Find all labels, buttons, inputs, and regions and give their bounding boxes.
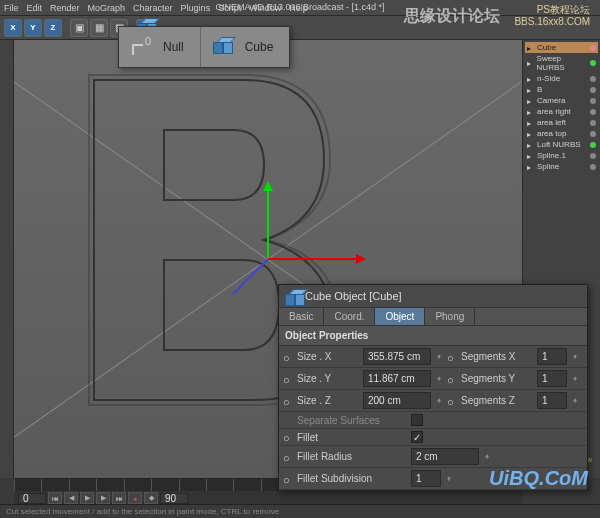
- visibility-dot[interactable]: [590, 164, 596, 170]
- visibility-dot[interactable]: [590, 153, 596, 159]
- fillet-checkbox[interactable]: [411, 431, 423, 443]
- tab-basic[interactable]: Basic: [279, 308, 324, 325]
- tab-object[interactable]: Object: [375, 308, 425, 325]
- spinner-icon[interactable]: ♦: [445, 474, 453, 483]
- axis-x-button[interactable]: X: [4, 19, 22, 37]
- object-icon: ▸: [527, 130, 535, 138]
- object-icon: ▸: [527, 152, 535, 160]
- time-controls: ⏮ ◀ ▶ ▶ ⏭ ● ◆: [14, 491, 522, 505]
- visibility-dot[interactable]: [590, 131, 596, 137]
- size-label: Size . Y: [297, 373, 359, 384]
- visibility-dot[interactable]: [590, 87, 596, 93]
- menu-file[interactable]: File: [4, 3, 19, 13]
- hierarchy-item[interactable]: ▸area top: [525, 128, 598, 139]
- popup-cube-label: Cube: [245, 40, 274, 54]
- spinner-icon[interactable]: ♦: [435, 374, 443, 383]
- menu-edit[interactable]: Edit: [27, 3, 43, 13]
- size-input[interactable]: [363, 348, 431, 365]
- segments-input[interactable]: [537, 348, 567, 365]
- next-frame-icon[interactable]: ▶: [96, 492, 110, 504]
- record-icon[interactable]: ●: [128, 492, 142, 504]
- hierarchy-item[interactable]: ▸area right: [525, 106, 598, 117]
- hierarchy-item[interactable]: ▸Spline.1: [525, 150, 598, 161]
- tab-coord[interactable]: Coord.: [324, 308, 375, 325]
- render-region-icon[interactable]: ▦: [90, 19, 108, 37]
- segments-label: Segments X: [461, 351, 533, 362]
- size-label: Size . X: [297, 351, 359, 362]
- hierarchy-item[interactable]: ▸Loft NURBS: [525, 139, 598, 150]
- hierarchy-item[interactable]: ▸B: [525, 84, 598, 95]
- visibility-dot[interactable]: [590, 109, 596, 115]
- hierarchy-item[interactable]: ▸Sweep NURBS: [525, 53, 598, 73]
- menu-mograph[interactable]: MoGraph: [88, 3, 126, 13]
- goto-start-icon[interactable]: ⏮: [48, 492, 62, 504]
- visibility-dot[interactable]: [590, 45, 596, 51]
- size-input[interactable]: [363, 370, 431, 387]
- hierarchy-item[interactable]: ▸Spline: [525, 161, 598, 172]
- object-name: Camera: [537, 96, 565, 105]
- separate-surfaces-checkbox[interactable]: [411, 414, 423, 426]
- tool-strip: [0, 40, 14, 478]
- menu-render[interactable]: Render: [50, 3, 80, 13]
- object-icon: ▸: [527, 44, 535, 52]
- goto-end-icon[interactable]: ⏭: [112, 492, 126, 504]
- axis-y[interactable]: [267, 189, 269, 259]
- visibility-dot[interactable]: [590, 120, 596, 126]
- menu-character[interactable]: Character: [133, 3, 173, 13]
- axis-z-button[interactable]: Z: [44, 19, 62, 37]
- fillet-subdiv-input[interactable]: [411, 470, 441, 487]
- separate-surfaces-label: Separate Surfaces: [297, 415, 407, 426]
- spinner-icon[interactable]: ♦: [571, 396, 579, 405]
- hierarchy-item[interactable]: ▸n-Side: [525, 73, 598, 84]
- hierarchy-item[interactable]: ▸area left: [525, 117, 598, 128]
- popup-null-label: Null: [163, 40, 184, 54]
- visibility-dot[interactable]: [590, 98, 596, 104]
- segments-input[interactable]: [537, 370, 567, 387]
- spinner-icon[interactable]: ♦: [571, 352, 579, 361]
- axis-x-arrow: [356, 254, 366, 264]
- size-input[interactable]: [363, 392, 431, 409]
- render-icon[interactable]: ▣: [70, 19, 88, 37]
- axis-x[interactable]: [268, 258, 358, 260]
- spinner-icon[interactable]: ♦: [483, 452, 491, 461]
- object-name: Sweep NURBS: [537, 54, 589, 72]
- fillet-radius-label: Fillet Radius: [297, 451, 407, 462]
- visibility-dot[interactable]: [590, 142, 596, 148]
- segments-label: Segments Z: [461, 395, 533, 406]
- watermark-ps-1: PS教程论坛: [514, 4, 590, 16]
- attr-title: Cube Object [Cube]: [305, 290, 402, 302]
- size-label: Size . Z: [297, 395, 359, 406]
- object-icon: ▸: [527, 108, 535, 116]
- axis-y-arrow: [263, 181, 273, 191]
- spinner-icon[interactable]: ♦: [435, 352, 443, 361]
- tab-phong[interactable]: Phong: [425, 308, 475, 325]
- menu-plugins[interactable]: Plugins: [181, 3, 211, 13]
- time-start[interactable]: [18, 493, 46, 504]
- object-icon: ▸: [527, 119, 535, 127]
- visibility-dot[interactable]: [590, 60, 596, 66]
- object-name: area top: [537, 129, 566, 138]
- popup-null[interactable]: 0 Null: [119, 27, 201, 67]
- visibility-dot[interactable]: [590, 76, 596, 82]
- object-icon: ▸: [527, 59, 535, 67]
- autokey-icon[interactable]: ◆: [144, 492, 158, 504]
- attr-row: ○Size . X♦○Segments X♦: [279, 346, 587, 368]
- toolbar: X Y Z ▣ ▦ ▩: [0, 16, 600, 40]
- attr-tabs: Basic Coord. Object Phong: [279, 307, 587, 326]
- null-icon: 0: [127, 33, 155, 61]
- spinner-icon[interactable]: ♦: [435, 396, 443, 405]
- object-name: n-Side: [537, 74, 560, 83]
- segments-input[interactable]: [537, 392, 567, 409]
- watermark-cn: 思缘设计论坛: [404, 6, 500, 27]
- hierarchy-item[interactable]: ▸Cube: [525, 42, 598, 53]
- fillet-radius-input[interactable]: [411, 448, 479, 465]
- time-end[interactable]: [160, 493, 188, 504]
- hierarchy-item[interactable]: ▸Camera: [525, 95, 598, 106]
- attr-row: ○Size . Z♦○Segments Z♦: [279, 390, 587, 412]
- play-icon[interactable]: ▶: [80, 492, 94, 504]
- object-name: area left: [537, 118, 566, 127]
- axis-y-button[interactable]: Y: [24, 19, 42, 37]
- prev-frame-icon[interactable]: ◀: [64, 492, 78, 504]
- spinner-icon[interactable]: ♦: [571, 374, 579, 383]
- popup-cube[interactable]: Cube: [201, 27, 290, 67]
